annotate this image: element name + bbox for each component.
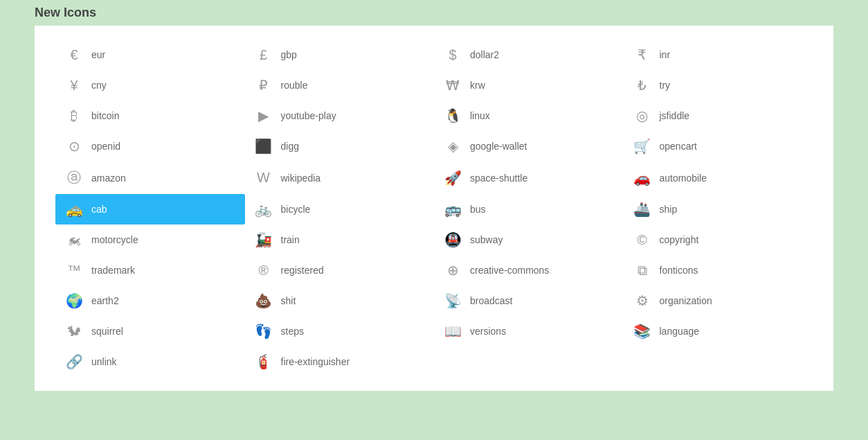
icon-item-rouble[interactable]: ₽rouble — [245, 70, 435, 100]
copyright-icon: © — [632, 232, 653, 248]
icon-item-youtube-play[interactable]: ▶youtube-play — [245, 100, 435, 131]
icon-item-trademark[interactable]: ™trademark — [55, 255, 245, 285]
youtube-play-icon: ▶ — [253, 107, 274, 124]
registered-label: registered — [281, 265, 324, 276]
icon-item-opencart[interactable]: 🛒opencart — [624, 131, 813, 161]
icon-item-squirrel[interactable]: 🐿squirrel — [55, 316, 245, 346]
gbp-icon: £ — [253, 47, 274, 63]
space-shuttle-icon: 🚀 — [442, 170, 463, 186]
wikipedia-label: wikipedia — [281, 173, 321, 184]
creative-commons-label: creative-commons — [470, 265, 549, 276]
icon-item-bicycle[interactable]: 🚲bicycle — [245, 194, 435, 225]
icon-item-bus[interactable]: 🚌bus — [434, 194, 624, 225]
opencart-label: opencart — [660, 141, 697, 152]
icon-item-fire-extinguisher[interactable]: 🧯fire-extinguisher — [245, 346, 435, 377]
icon-item-bitcoin[interactable]: ₿bitcoin — [55, 100, 245, 131]
icon-item-gbp[interactable]: £gbp — [245, 39, 435, 70]
bicycle-label: bicycle — [281, 204, 311, 215]
icon-item-krw[interactable]: ₩krw — [434, 70, 624, 100]
steps-label: steps — [281, 326, 304, 337]
fonticons-label: fonticons — [660, 265, 698, 276]
inr-icon: ₹ — [632, 46, 653, 63]
icon-item-train[interactable]: 🚂train — [245, 225, 435, 255]
train-label: train — [281, 234, 300, 245]
bus-icon: 🚌 — [442, 201, 463, 218]
icon-item-space-shuttle[interactable]: 🚀space-shuttle — [434, 161, 624, 194]
trademark-label: trademark — [91, 265, 135, 276]
bicycle-icon: 🚲 — [253, 201, 274, 218]
subway-icon: 🚇 — [442, 231, 463, 248]
icon-item-amazon[interactable]: ⓐamazon — [55, 161, 245, 194]
krw-icon: ₩ — [442, 77, 463, 94]
icon-item-automobile[interactable]: 🚗automobile — [624, 161, 813, 194]
google-wallet-icon: ◈ — [442, 138, 463, 155]
cab-label: cab — [91, 204, 107, 215]
wikipedia-icon: W — [253, 170, 274, 186]
icon-item-digg[interactable]: ⬛digg — [245, 131, 435, 161]
icon-item-eur[interactable]: €eur — [55, 39, 245, 70]
icon-item-steps[interactable]: 👣steps — [245, 316, 435, 346]
bitcoin-label: bitcoin — [91, 110, 119, 121]
shit-label: shit — [281, 295, 296, 306]
organization-label: organization — [660, 295, 712, 306]
jsfiddle-label: jsfiddle — [660, 110, 690, 121]
ship-label: ship — [660, 204, 678, 215]
icon-item-dollar2[interactable]: $dollar2 — [434, 39, 624, 70]
inr-label: inr — [660, 49, 671, 60]
cny-icon: ¥ — [64, 78, 84, 94]
motorcycle-label: motorcycle — [91, 234, 138, 245]
versions-label: versions — [470, 326, 506, 337]
space-shuttle-label: space-shuttle — [470, 173, 527, 184]
trademark-icon: ™ — [64, 263, 84, 279]
icon-item-creative-commons[interactable]: ⊕creative-commons — [434, 255, 624, 285]
icon-item-language[interactable]: 📚language — [624, 316, 813, 346]
language-icon: 📚 — [632, 323, 653, 340]
rouble-icon: ₽ — [253, 77, 274, 94]
fire-extinguisher-label: fire-extinguisher — [281, 356, 350, 367]
broadcast-icon: 📡 — [442, 292, 463, 309]
icon-item-openid[interactable]: ⊙openid — [55, 131, 245, 161]
fonticons-icon: ⧉ — [632, 263, 653, 279]
google-wallet-label: google-wallet — [470, 141, 527, 152]
icon-item-motorcycle[interactable]: 🏍motorcycle — [55, 225, 245, 255]
icon-item-ship[interactable]: 🚢ship — [624, 194, 813, 225]
eur-icon: € — [64, 47, 84, 63]
icon-item-fonticons[interactable]: ⧉fonticons — [624, 255, 813, 285]
icon-item-google-wallet[interactable]: ◈google-wallet — [434, 131, 624, 161]
icon-item-registered[interactable]: ®registered — [245, 255, 435, 285]
icons-grid: €eur£gbp$dollar2₹inr¥cny₽rouble₩krw₺try₿… — [55, 39, 813, 377]
page-title: New Icons — [35, 6, 833, 20]
openid-label: openid — [91, 141, 120, 152]
icon-item-unlink[interactable]: 🔗unlink — [55, 346, 245, 377]
broadcast-label: broadcast — [470, 295, 512, 306]
icon-item-subway[interactable]: 🚇subway — [434, 225, 624, 255]
icon-item-jsfiddle[interactable]: ◎jsfiddle — [624, 100, 813, 131]
icon-item-earth2[interactable]: 🌍earth2 — [55, 285, 245, 316]
try-label: try — [660, 80, 671, 91]
youtube-play-label: youtube-play — [281, 110, 336, 121]
subway-label: subway — [470, 234, 503, 245]
jsfiddle-icon: ◎ — [632, 107, 653, 124]
icon-item-copyright[interactable]: ©copyright — [624, 225, 813, 255]
icon-item-shit[interactable]: 💩shit — [245, 285, 435, 316]
icon-item-linux[interactable]: 🐧linux — [434, 100, 624, 131]
icon-item-organization[interactable]: ⚙organization — [624, 285, 813, 316]
icon-item-cab[interactable]: 🚕cab — [55, 194, 245, 225]
amazon-label: amazon — [91, 173, 126, 184]
linux-label: linux — [470, 110, 490, 121]
rouble-label: rouble — [281, 80, 308, 91]
creative-commons-icon: ⊕ — [442, 262, 463, 279]
icon-item-broadcast[interactable]: 📡broadcast — [434, 285, 624, 316]
motorcycle-icon: 🏍 — [64, 232, 84, 248]
icon-item-inr[interactable]: ₹inr — [624, 39, 813, 70]
icon-item-try[interactable]: ₺try — [624, 70, 813, 100]
ship-icon: 🚢 — [632, 201, 653, 218]
icon-item-wikipedia[interactable]: Wwikipedia — [245, 161, 435, 194]
icon-item-versions[interactable]: 📖versions — [434, 316, 624, 346]
cab-icon: 🚕 — [64, 201, 84, 218]
openid-icon: ⊙ — [64, 138, 84, 155]
dollar2-label: dollar2 — [470, 49, 499, 60]
icon-item-cny[interactable]: ¥cny — [55, 70, 245, 100]
cny-label: cny — [91, 80, 107, 91]
automobile-icon: 🚗 — [632, 170, 653, 186]
